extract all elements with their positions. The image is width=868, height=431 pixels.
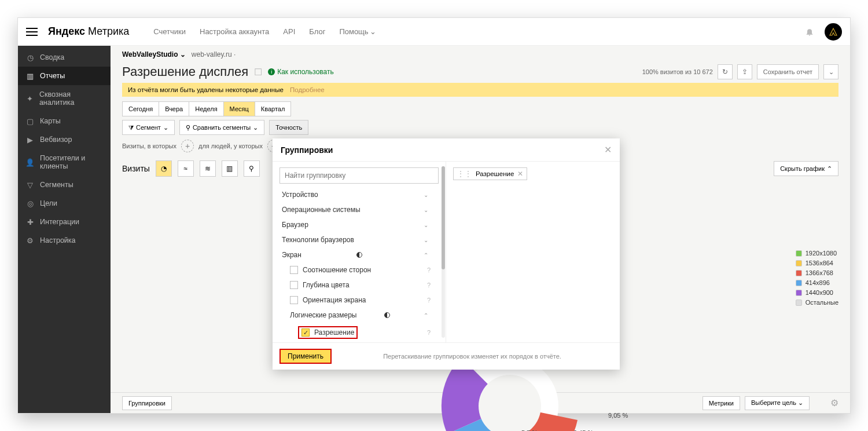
viz-pie-button[interactable]: ◔: [156, 160, 172, 177]
main: ◷Сводка ▥Отчеты ✦Сквозная аналитика ▢Кар…: [18, 46, 850, 413]
legend-item[interactable]: 1440x900: [796, 289, 838, 296]
sidebar-item-maps[interactable]: ▢Карты: [18, 112, 111, 130]
title-row: Разрешение дисплея ☐ iКак использовать 1…: [111, 63, 850, 83]
modal-right: ⋮⋮ Разрешение ✕: [446, 162, 620, 342]
logo[interactable]: Яндекс Метрика: [48, 25, 129, 38]
sidebar: ◷Сводка ▥Отчеты ✦Сквозная аналитика ▢Кар…: [18, 46, 111, 413]
bookmark-icon[interactable]: ☐: [254, 67, 262, 78]
grouping-search-input[interactable]: [279, 167, 439, 184]
modal-left: Устройство⌄ Операционные системы⌄ Браузе…: [273, 162, 446, 342]
legend: 1920x1080 1536x864 1366x768 414x896 1440…: [796, 250, 838, 309]
menu-icon[interactable]: [26, 28, 38, 36]
close-icon[interactable]: ✕: [604, 144, 612, 155]
grouping-os[interactable]: Операционные системы⌄: [279, 202, 433, 217]
compare-icon: ⚲: [186, 124, 190, 132]
grouping-screen[interactable]: Экран⌃: [279, 247, 433, 262]
sidebar-item-analytics[interactable]: ✦Сквозная аналитика: [18, 85, 111, 112]
period-week[interactable]: Неделя: [189, 101, 223, 116]
segment-button[interactable]: ⧩Сегмент⌄: [122, 120, 175, 135]
remove-tag-icon[interactable]: ✕: [517, 170, 523, 178]
sidebar-item-reports[interactable]: ▥Отчеты: [18, 67, 111, 85]
grouping-device[interactable]: Устройство⌄: [279, 187, 433, 202]
add-visit-filter-button[interactable]: +: [181, 140, 194, 152]
warning-text: Из отчёта могли быть удалены некоторые д…: [128, 86, 284, 93]
sidebar-item-visitors[interactable]: 👤Посетители и клиенты: [18, 149, 111, 176]
nav-api[interactable]: API: [283, 27, 295, 36]
accuracy-button[interactable]: Точность: [269, 120, 308, 135]
viz-map-button[interactable]: ⚲: [244, 160, 260, 177]
breadcrumb-project[interactable]: WebValleyStudio ⌄: [122, 50, 186, 59]
modal-header: Группировки ✕: [273, 138, 620, 162]
sidebar-item-summary[interactable]: ◷Сводка: [18, 48, 111, 67]
bell-icon[interactable]: [805, 27, 814, 36]
help-icon[interactable]: ?: [427, 297, 431, 304]
help-icon[interactable]: ?: [427, 266, 431, 273]
save-report-button[interactable]: Сохранить отчет: [757, 64, 819, 79]
checkbox[interactable]: [290, 281, 298, 289]
choose-goal-button[interactable]: Выберите цель ⌄: [745, 396, 810, 410]
avatar[interactable]: [825, 23, 842, 41]
nav-help[interactable]: Помощь⌄: [339, 27, 376, 36]
period-yesterday[interactable]: Вчера: [159, 101, 189, 116]
hide-chart-button[interactable]: Скрыть график ⌃: [774, 161, 838, 176]
period-tabs: Сегодня Вчера Неделя Месяц Квартал: [111, 101, 850, 120]
scrollbar[interactable]: [442, 166, 445, 338]
legend-item[interactable]: 1920x1080: [796, 250, 838, 257]
logo-bold: Яндекс: [48, 25, 85, 37]
viz-line-button[interactable]: ≈: [178, 160, 194, 177]
grouping-logical[interactable]: Логические размеры⌃: [279, 308, 433, 323]
grouping-browser-tech[interactable]: Технологии браузеров⌄: [279, 232, 433, 247]
grouping-list[interactable]: Устройство⌄ Операционные системы⌄ Браузе…: [279, 187, 439, 342]
help-icon[interactable]: ?: [427, 329, 431, 336]
viz-area-button[interactable]: ≋: [200, 160, 216, 177]
scrollbar-thumb[interactable]: [442, 166, 445, 269]
grouping-aspect[interactable]: Соотношение сторон?: [279, 262, 433, 277]
checkbox-checked[interactable]: ✓: [301, 328, 310, 337]
export-button[interactable]: ⇪: [737, 64, 752, 79]
apply-button[interactable]: Применить: [279, 349, 332, 364]
chevron-down-icon: ⌄: [421, 222, 431, 228]
chevron-up-icon: ⌃: [827, 165, 832, 173]
compare-segments-button[interactable]: ⚲Сравнить сегменты⌄: [179, 120, 264, 135]
sidebar-item-settings[interactable]: ⚙Настройка: [18, 231, 111, 250]
viz-bar-button[interactable]: ▥: [222, 160, 238, 177]
sidebar-item-integrations[interactable]: ✚Интеграции: [18, 213, 111, 231]
refresh-button[interactable]: ↻: [718, 64, 733, 79]
info-icon: i: [268, 68, 275, 75]
sidebar-item-webvisor[interactable]: ▶Вебвизор: [18, 130, 111, 149]
save-report-dropdown[interactable]: ⌄: [823, 64, 838, 79]
legend-item[interactable]: Остальные: [796, 299, 838, 306]
link-icon: ✦: [26, 94, 34, 103]
chevron-up-icon: ⌃: [421, 312, 431, 319]
sidebar-item-segments[interactable]: ▽Сегменты: [18, 176, 111, 194]
grouping-depth[interactable]: Глубина цвета?: [279, 277, 433, 293]
checkbox[interactable]: [290, 266, 298, 274]
chevron-down-icon: ⌄: [180, 50, 186, 59]
grouping-browser[interactable]: Браузер⌄: [279, 217, 433, 232]
breadcrumb: WebValleyStudio ⌄ web-valley.ru ·: [111, 46, 850, 63]
nav-blog[interactable]: Блог: [309, 27, 325, 36]
settings-gear-icon[interactable]: ⚙: [830, 397, 838, 408]
period-today[interactable]: Сегодня: [122, 101, 159, 116]
legend-item[interactable]: 1366x768: [796, 269, 838, 276]
metrics-button[interactable]: Метрики: [703, 396, 740, 410]
drag-icon[interactable]: ⋮⋮: [457, 170, 472, 178]
legend-item[interactable]: 414x896: [796, 279, 838, 286]
filter-people-label: для людей, у которых: [198, 143, 263, 149]
grouping-orientation[interactable]: Ориентация экрана?: [279, 293, 433, 308]
legend-item[interactable]: 1536x864: [796, 260, 838, 266]
sidebar-item-goals[interactable]: ◎Цели: [18, 194, 111, 213]
nav-account[interactable]: Настройка аккаунта: [200, 27, 269, 36]
period-quarter[interactable]: Квартал: [255, 101, 292, 116]
warning-more-link[interactable]: Подробнее: [290, 86, 325, 93]
nav-counters[interactable]: Счетчики: [153, 27, 186, 36]
grouping-resolution[interactable]: ✓Разрешение ?: [279, 323, 433, 342]
period-month[interactable]: Месяц: [223, 101, 255, 116]
howto-link[interactable]: iКак использовать: [268, 68, 334, 76]
groupings-button[interactable]: Группировки: [122, 396, 172, 410]
help-icon[interactable]: ?: [427, 282, 431, 288]
selected-grouping-tag[interactable]: ⋮⋮ Разрешение ✕: [453, 167, 527, 180]
chevron-down-icon: ⌄: [370, 27, 376, 36]
viz-label: Визиты: [122, 164, 150, 173]
checkbox[interactable]: [290, 296, 298, 304]
